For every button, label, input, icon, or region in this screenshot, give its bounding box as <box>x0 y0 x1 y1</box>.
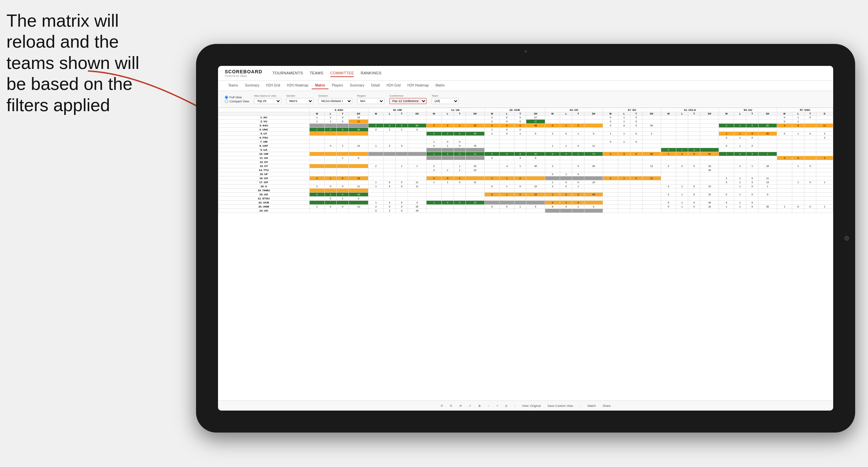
matrix-cell <box>804 168 816 172</box>
matrix-cell <box>427 193 442 197</box>
matrix-cell: 0 <box>514 128 526 132</box>
matrix-cell <box>719 156 734 160</box>
matrix-cell: 0 <box>368 124 384 128</box>
matrix-cell: 0 <box>337 176 349 180</box>
matrix-cell <box>337 164 349 168</box>
matrix-cell: 1 <box>572 132 584 136</box>
subnav-h2h-heatmap[interactable]: H2H Heatmap <box>284 82 312 89</box>
matrix-cell <box>661 132 676 136</box>
matrix-cell <box>804 140 816 144</box>
matrix-cell <box>349 152 368 156</box>
matrix-cell <box>777 152 792 156</box>
matrix-cell <box>368 132 384 136</box>
matrix-cell <box>700 132 719 136</box>
max-teams-select[interactable]: Top 25 Top 10 Top 50 <box>254 98 281 104</box>
matrix-cell: 1 <box>792 164 804 168</box>
matrix-cell <box>661 189 676 193</box>
matrix-cell: 2 <box>309 176 324 180</box>
matrix-cell <box>734 116 746 120</box>
nav-committee[interactable]: COMMITTEE <box>330 70 354 77</box>
conference-select[interactable]: Pac-12 Conference (All) ACC Big Ten SEC <box>389 98 427 104</box>
subnav-h2h-grid2[interactable]: H2H Grid <box>383 82 404 89</box>
zoom-plus-btn[interactable]: + <box>496 404 498 408</box>
subnav-h2h-heatmap2[interactable]: H2H Heatmap <box>404 82 432 89</box>
subnav-detail[interactable]: Detail <box>368 82 383 89</box>
matrix-cell <box>688 120 700 124</box>
matrix-cell <box>816 144 833 148</box>
compact-view-radio[interactable]: Compact View <box>225 100 249 103</box>
col-osu-w: W <box>777 112 792 116</box>
subnav-summary2[interactable]: Summary <box>346 82 368 89</box>
matrix-cell <box>514 168 526 172</box>
subnav-h2h-grid[interactable]: H2H Grid <box>263 82 284 89</box>
subnav-matrix2[interactable]: Matrix <box>432 82 448 89</box>
matrix-cell: 2 <box>816 136 833 140</box>
matrix-cell <box>395 152 408 156</box>
gender-select[interactable]: Men's Women's <box>286 98 313 104</box>
view-original-btn[interactable]: View: Original <box>522 404 540 408</box>
matrix-cell: 0 <box>454 201 466 205</box>
matrix-cell <box>816 128 833 132</box>
zoom-in-btn[interactable]: ⊕ <box>478 404 481 408</box>
matrix-cell: 0 <box>324 128 337 132</box>
division-select[interactable]: NCAA Division I NCAA Division II NCAA Di… <box>318 98 352 104</box>
matrix-cell <box>584 140 603 144</box>
col-uu-l: L <box>734 112 746 116</box>
matrix-cell: 0 <box>661 185 676 189</box>
matrix-cell <box>758 189 777 193</box>
matrix-cell: 0 <box>545 172 560 176</box>
team-select[interactable]: (All) <box>432 98 459 104</box>
undo-btn[interactable]: ↺ <box>440 404 443 408</box>
matrix-cell <box>427 148 442 152</box>
refresh-btn[interactable]: ⟳ <box>459 404 462 408</box>
nav-rankings[interactable]: RANKINGS <box>361 70 381 77</box>
matrix-cell <box>454 205 466 209</box>
matrix-cell <box>777 201 792 205</box>
settings-btn[interactable]: ⊙ <box>505 404 508 408</box>
expand-btn[interactable]: ⤢ <box>469 404 472 408</box>
matrix-cell <box>584 197 603 201</box>
matrix-cell <box>454 148 466 152</box>
matrix-cell <box>395 176 408 180</box>
watch-btn[interactable]: Watch <box>587 404 596 408</box>
save-custom-btn[interactable]: Save Custom View <box>547 404 573 408</box>
matrix-cell <box>746 209 758 213</box>
matrix-cell <box>584 209 603 213</box>
nav-tournaments[interactable]: TOURNAMENTS <box>272 70 303 77</box>
matrix-cell: 0 <box>337 120 349 124</box>
matrix-cell: 1 <box>816 180 833 185</box>
matrix-cell <box>661 197 676 201</box>
subnav-players[interactable]: Players <box>329 82 346 89</box>
matrix-cell <box>734 160 746 164</box>
matrix-cell <box>349 201 368 205</box>
col-header-su: 27. SU <box>603 108 661 112</box>
share-btn[interactable]: Share <box>603 404 611 408</box>
matrix-cell <box>676 116 688 120</box>
matrix-cell <box>368 120 384 124</box>
matrix-cell <box>816 201 833 205</box>
matrix-cell <box>572 176 584 180</box>
matrix-cell <box>337 152 349 156</box>
tablet-home-button[interactable] <box>844 236 849 241</box>
matrix-cell <box>816 209 833 213</box>
matrix-cell <box>758 120 777 124</box>
redo-btn[interactable]: ↻ <box>450 404 453 408</box>
subnav-matrix[interactable]: Matrix <box>312 82 328 89</box>
matrix-area[interactable]: 3. ASU 10. UW 11. UA 22. UCB 24. UO 27. … <box>218 108 833 400</box>
nav-teams[interactable]: TEAMS <box>310 70 323 77</box>
matrix-cell: 0 <box>324 205 337 209</box>
matrix-cell <box>777 185 792 189</box>
subnav-teams[interactable]: Teams <box>225 82 241 89</box>
subnav-summary[interactable]: Summary <box>241 82 263 89</box>
region-select[interactable]: N/A East West <box>357 98 384 104</box>
table-row: 24. UO02029 <box>218 209 833 213</box>
matrix-cell: 1 <box>792 180 804 185</box>
matrix-cell <box>384 152 396 156</box>
matrix-cell: 1 <box>719 152 734 156</box>
matrix-cell <box>337 201 349 205</box>
matrix-cell: 11 <box>349 185 368 189</box>
zoom-minus-btn[interactable]: − <box>488 404 489 408</box>
matrix-cell <box>309 156 324 160</box>
matrix-cell <box>642 148 661 152</box>
full-view-radio[interactable]: Full View <box>225 96 249 99</box>
